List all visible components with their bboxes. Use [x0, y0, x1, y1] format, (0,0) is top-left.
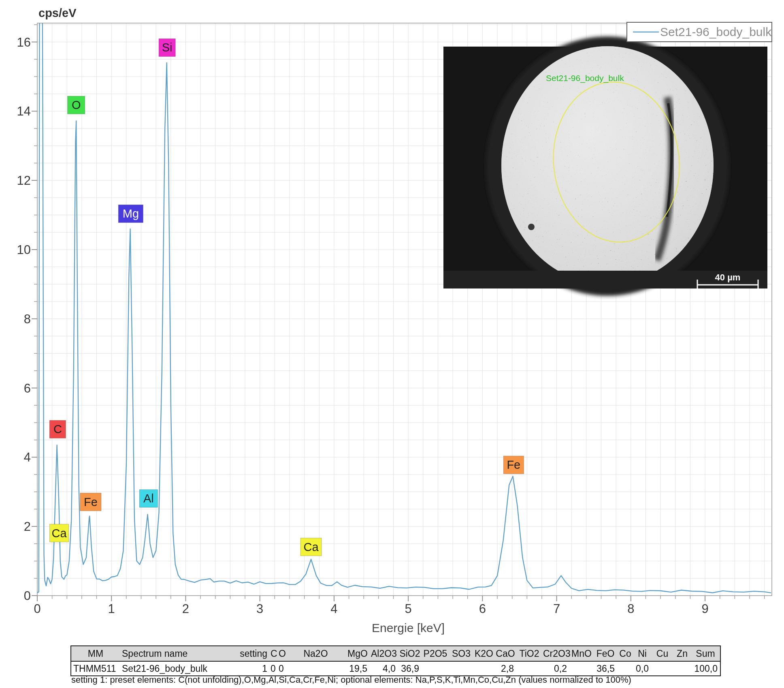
col-header-feo: FeO: [594, 646, 617, 661]
col-header-setting: setting: [227, 646, 270, 661]
col-header-mgo: MgO: [345, 646, 370, 661]
element-label-text: Fe: [84, 496, 98, 509]
element-label-ca: Ca: [50, 524, 69, 542]
col-header-p2o5: P2O5: [422, 646, 449, 661]
x-tick-label: 7: [553, 602, 560, 616]
cell-al2o3: 4,0: [370, 661, 398, 676]
y-axis-unit-label: cps/eV: [38, 6, 77, 19]
element-label-fe: Fe: [80, 493, 101, 511]
element-label-ca: Ca: [300, 538, 322, 556]
col-header-cao: CaO: [494, 646, 516, 661]
table-data-row: THMM511Set21-96_body_bulk10019,54,036,92…: [71, 661, 720, 676]
x-tick-label: 3: [256, 602, 263, 616]
y-tick-label: 0: [24, 589, 31, 603]
cell-setting: 1: [227, 661, 270, 676]
y-tick-label: 4: [24, 450, 31, 464]
table-header-row: MMSpectrum namesettingCONa2OMgOAl2O3SiO2…: [71, 646, 720, 661]
cell-na2o: [286, 661, 345, 676]
col-header-tio2: TiO2: [516, 646, 542, 661]
y-tick-label: 10: [17, 243, 31, 257]
element-label-text: C: [53, 423, 62, 436]
col-header-zn: Zn: [673, 646, 691, 661]
element-label-text: Ca: [304, 541, 319, 553]
cell-spectrum-name: Set21-96_body_bulk: [120, 661, 227, 676]
sem-dark-spot: [528, 224, 535, 230]
cell-so3: [449, 661, 473, 676]
element-label-text: Fe: [507, 458, 520, 471]
y-tick-label: 16: [17, 35, 31, 49]
y-tick-label: 8: [24, 312, 31, 326]
cell-feo: 36,5: [594, 661, 617, 676]
y-tick-label: 12: [17, 173, 31, 188]
y-tick-label: 6: [24, 381, 31, 395]
eds-spectrum-chart: 01234567890246810121416 CCaOFeMgAlSiCaFe…: [0, 0, 784, 638]
cell-cu: [651, 661, 673, 676]
sem-inset-image: Set21-96_body_bulk 40 µm: [443, 36, 767, 296]
element-label-text: Si: [162, 41, 173, 54]
element-label-si: Si: [159, 38, 175, 56]
cell-zn: [673, 661, 691, 676]
setting-footnote: setting 1: preset elements: C(not unfold…: [71, 675, 631, 685]
cell-mgo: 19,5: [345, 661, 370, 676]
element-label-text: Ca: [52, 527, 67, 540]
x-tick-label: 2: [182, 602, 189, 616]
element-label-text: Al: [143, 492, 154, 505]
x-tick-label: 6: [479, 602, 486, 616]
x-tick-label: 1: [108, 602, 115, 616]
cell-co: [617, 661, 633, 676]
cell-cr2o3: 0,2: [542, 661, 569, 676]
col-header-cu: Cu: [651, 646, 673, 661]
cell-mm: THMM511: [71, 661, 120, 676]
x-tick-label: 8: [627, 602, 634, 616]
element-label-text: Mg: [123, 207, 139, 220]
col-header-o: O: [278, 646, 286, 661]
col-header-mno: MnO: [569, 646, 594, 661]
element-label-o: O: [68, 96, 85, 114]
x-axis-title: Energie [keV]: [372, 621, 445, 635]
col-header-spectrum-name: Spectrum name: [120, 646, 227, 661]
col-header-so3: SO3: [449, 646, 473, 661]
eds-report-page: 01234567890246810121416 CCaOFeMgAlSiCaFe…: [0, 0, 784, 688]
y-tick-label: 14: [17, 104, 31, 118]
element-label-fe: Fe: [503, 456, 524, 474]
cell-mno: [569, 661, 594, 676]
col-header-al2o3: Al2O3: [370, 646, 398, 661]
element-label-text: O: [72, 98, 81, 111]
x-tick-label: 4: [330, 602, 337, 616]
cell-p2o5: [422, 661, 449, 676]
x-tick-label: 9: [701, 602, 708, 616]
col-header-sum: Sum: [691, 646, 720, 661]
element-label-c: C: [49, 420, 66, 438]
col-header-na2o: Na2O: [286, 646, 345, 661]
x-tick-label: 0: [34, 602, 40, 616]
cell-tio2: [516, 661, 542, 676]
cell-sio2: 36,9: [398, 661, 422, 676]
cell-cao: 2,8: [494, 661, 516, 676]
col-header-c: C: [270, 646, 278, 661]
col-header-k2o: K2O: [473, 646, 494, 661]
cell-c: 0: [270, 661, 278, 676]
sem-annotation-label: Set21-96_body_bulk: [546, 73, 624, 83]
cell-ni: 0,0: [633, 661, 651, 676]
col-header-cr2o3: Cr2O3: [542, 646, 569, 661]
sem-scale-label: 40 µm: [715, 272, 741, 282]
element-label-al: Al: [139, 489, 158, 507]
col-header-co: Co: [617, 646, 633, 661]
x-tick-label: 5: [405, 602, 412, 616]
legend: Set21-96_body_bulk: [627, 22, 772, 42]
element-label-mg: Mg: [118, 205, 143, 222]
col-header-mm: MM: [71, 646, 120, 661]
col-header-sio2: SiO2: [398, 646, 422, 661]
col-header-ni: Ni: [633, 646, 651, 661]
cell-sum: 100,0: [691, 661, 720, 676]
cell-k2o: [473, 661, 494, 676]
y-tick-label: 2: [24, 519, 31, 534]
cell-o: 0: [278, 661, 286, 676]
quantification-table-wrap: MMSpectrum namesettingCONa2OMgOAl2O3SiO2…: [70, 645, 720, 676]
quantification-table: MMSpectrum namesettingCONa2OMgOAl2O3SiO2…: [70, 645, 721, 676]
legend-series-label: Set21-96_body_bulk: [660, 25, 772, 38]
